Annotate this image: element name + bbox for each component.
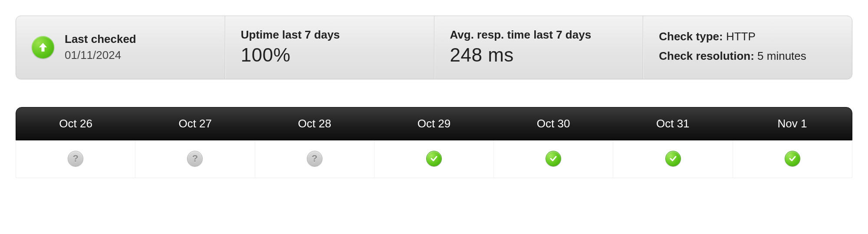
history-status-cell: ? xyxy=(255,140,375,178)
history-status-cell: ? xyxy=(135,140,255,178)
check-resolution-value: 5 minutes xyxy=(757,49,806,62)
question-mark-glyph: ? xyxy=(72,153,78,164)
history-day-label: Nov 1 xyxy=(733,107,852,140)
history-status-cell xyxy=(375,140,494,178)
last-checked-label: Last checked xyxy=(65,32,136,46)
uptime-label: Uptime last 7 days xyxy=(241,28,418,42)
summary-response-time: Avg. resp. time last 7 days 248 ms xyxy=(434,16,643,79)
summary-panel: Last checked 01/11/2024 Uptime last 7 da… xyxy=(16,16,852,79)
history-status-cell xyxy=(494,140,613,178)
summary-check-info: Check type: HTTP Check resolution: 5 min… xyxy=(643,16,852,79)
summary-last-checked: Last checked 01/11/2024 xyxy=(16,16,225,79)
question-mark-glyph: ? xyxy=(312,153,317,164)
history-status-row: ??? xyxy=(16,140,852,178)
checkmark-icon xyxy=(665,151,681,166)
history-day-label: Oct 29 xyxy=(374,107,493,140)
response-time-label: Avg. resp. time last 7 days xyxy=(450,28,628,42)
history-status-cell xyxy=(613,140,733,178)
checkmark-icon xyxy=(426,151,442,166)
check-type-value: HTTP xyxy=(726,30,756,43)
up-arrow-icon xyxy=(32,36,54,58)
history-day-label: Oct 27 xyxy=(135,107,255,140)
question-mark-icon: ? xyxy=(187,151,203,166)
check-type-label: Check type: xyxy=(659,30,723,43)
uptime-value: 100% xyxy=(241,44,418,66)
summary-uptime: Uptime last 7 days 100% xyxy=(225,16,434,79)
history-day-label: Oct 28 xyxy=(255,107,374,140)
checkmark-icon xyxy=(785,151,800,166)
checkmark-icon xyxy=(546,151,561,166)
history-header: Oct 26 Oct 27 Oct 28 Oct 29 Oct 30 Oct 3… xyxy=(16,107,852,140)
question-mark-icon: ? xyxy=(68,151,83,166)
last-checked-value: 01/11/2024 xyxy=(65,49,136,62)
question-mark-icon: ? xyxy=(307,151,322,166)
history-strip: Oct 26 Oct 27 Oct 28 Oct 29 Oct 30 Oct 3… xyxy=(16,107,852,178)
question-mark-glyph: ? xyxy=(192,153,198,164)
check-resolution-label: Check resolution: xyxy=(659,49,754,62)
response-time-value: 248 ms xyxy=(450,44,628,66)
history-day-label: Oct 30 xyxy=(494,107,613,140)
history-status-cell xyxy=(733,140,852,178)
history-day-label: Oct 31 xyxy=(613,107,733,140)
history-status-cell: ? xyxy=(16,140,135,178)
history-day-label: Oct 26 xyxy=(16,107,135,140)
